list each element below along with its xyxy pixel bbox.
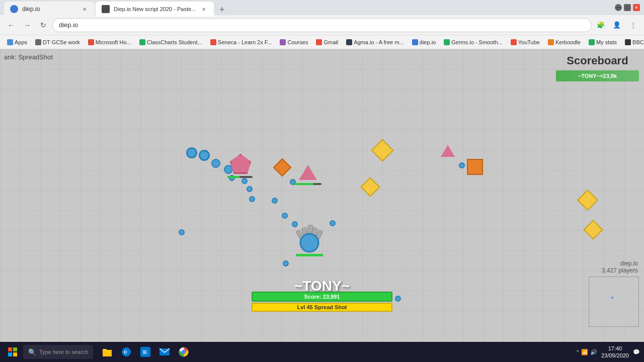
tab-label-2: Diep.io New script 2020 - Paste... [114, 6, 196, 12]
maximize-button[interactable]: □ [624, 4, 631, 11]
scoreboard-entry-text-1: ~TONY~=23,9k [556, 73, 639, 79]
taskbar-chrome[interactable] [176, 344, 192, 360]
taskbar-edge[interactable]: e [118, 344, 134, 360]
bullet-7 [247, 186, 253, 192]
bullet-15 [179, 229, 185, 235]
server-name: diep.io [602, 260, 638, 267]
bullet-6 [242, 178, 248, 184]
bookmark-gmail-icon [316, 39, 322, 45]
bookmark-seneca-icon [210, 39, 216, 45]
bookmark-kerb-icon [548, 39, 554, 45]
taskbar-store[interactable]: ⊞ [137, 344, 153, 360]
svg-rect-13 [103, 351, 112, 356]
bookmark-apps-label: Apps [15, 39, 27, 45]
close-button[interactable]: ✕ [633, 4, 640, 11]
bullet-14 [395, 296, 401, 302]
tab-close-2[interactable]: ✕ [200, 5, 208, 13]
chrome-icon [179, 347, 189, 357]
bookmark-dt-icon [35, 39, 41, 45]
extensions-icon[interactable]: 🧩 [594, 18, 608, 32]
bookmark-germs[interactable]: Germs.io - Smooth... [441, 38, 505, 46]
bullet-8 [249, 196, 255, 202]
score-bar: Score: 23,991 [252, 292, 392, 302]
xp-bar-container: Score: 23,991 Lvl 45 Spread Shot [252, 292, 392, 312]
bookmark-courses[interactable]: Courses [277, 38, 311, 46]
bookmark-youtube[interactable]: YouTube [508, 38, 543, 46]
refresh-button[interactable]: ↻ [36, 18, 50, 32]
bookmark-kerb-label: Kerboodle [555, 39, 581, 45]
svg-rect-14 [103, 349, 107, 351]
bookmark-stats[interactable]: My stats [586, 38, 620, 46]
nav-icons: 🧩 👤 ⋮ [594, 18, 640, 32]
address-bar[interactable]: diep.io [52, 18, 592, 32]
svg-rect-10 [8, 352, 12, 356]
shape-yellow-diamond-1 [371, 139, 393, 161]
bookmark-bbc[interactable]: BBC iPlayer [622, 38, 644, 46]
shape-yellow-diamond-3 [577, 190, 598, 211]
tab-script[interactable]: Diep.io New script 2020 - Paste... ✕ [96, 2, 214, 17]
minimize-button[interactable]: — [615, 4, 622, 11]
profile-icon[interactable]: 👤 [610, 18, 624, 32]
back-button[interactable]: ← [4, 18, 18, 32]
clock[interactable]: 17:40 23/09/2020 [601, 345, 629, 359]
game-area[interactable]: ank: SpreadShot Scoreboard ~TONY~=23,9k [0, 49, 644, 342]
store-icon: ⊞ [140, 347, 150, 357]
bookmark-gmail-label: Gmail [324, 39, 338, 45]
bullet-13 [283, 260, 289, 266]
shape-yellow-diamond-4 [583, 220, 603, 240]
bookmark-kerb[interactable]: Kerboodle [545, 38, 584, 46]
search-placeholder: Type here to search [39, 349, 88, 355]
bullet-10 [282, 213, 288, 219]
bookmark-dt-label: DT GCSe work [43, 39, 80, 45]
tray-arrow[interactable]: ^ [577, 349, 579, 355]
new-tab-button[interactable]: + [215, 3, 229, 17]
bookmark-diep[interactable]: diep.io [409, 38, 439, 46]
bookmark-cc-label: ClassCharts Student... [147, 39, 202, 45]
start-button[interactable] [4, 345, 21, 358]
shape-pink-triangle-1 [441, 145, 455, 157]
bookmark-dt[interactable]: DT GCSe work [32, 38, 83, 46]
svg-point-5 [300, 234, 318, 252]
shape-yellow-diamond-2 [360, 177, 380, 197]
bookmark-ms-label: Microsoft Ho... [96, 39, 131, 45]
bookmark-gmail[interactable]: Gmail [313, 38, 341, 46]
bookmark-bbc-icon [625, 39, 631, 45]
bookmark-courses-label: Courses [287, 39, 308, 45]
taskbar: 🔍 Type here to search e [0, 342, 644, 362]
edge-icon: e [121, 347, 131, 357]
taskbar-search[interactable]: 🔍 Type here to search [23, 345, 93, 359]
scoreboard: Scoreboard ~TONY~=23,9k [556, 54, 639, 81]
bookmark-diep-icon [412, 39, 418, 45]
svg-rect-11 [13, 352, 17, 356]
tab-bar: diep.io ✕ Diep.io New script 2020 - Past… [4, 0, 611, 17]
bullet-17 [459, 162, 465, 168]
mini-map-player [611, 297, 613, 299]
taskbar-app-icons: e ⊞ [99, 344, 192, 360]
system-tray: ^ 📶 🔊 [577, 349, 597, 355]
bookmark-apps[interactable]: Apps [4, 38, 30, 46]
bookmark-ms[interactable]: Microsoft Ho... [85, 38, 134, 46]
menu-icon[interactable]: ⋮ [626, 18, 640, 32]
taskbar-mail[interactable] [156, 344, 173, 360]
forward-button[interactable]: → [20, 18, 34, 32]
bookmark-youtube-icon [511, 39, 517, 45]
bookmark-germs-icon [444, 39, 450, 45]
tab-diep[interactable]: diep.io ✕ [4, 2, 95, 17]
tab-close-1[interactable]: ✕ [80, 5, 89, 13]
mini-map [589, 277, 639, 327]
tab-label-1: diep.io [22, 6, 40, 13]
taskbar-file-explorer[interactable] [99, 344, 115, 360]
score-text: Score: 23,991 [304, 294, 340, 300]
bookmark-seneca[interactable]: Seneca - Learn 2x F... [207, 38, 275, 46]
address-text: diep.io [59, 21, 78, 29]
network-icon: 📶 [581, 349, 588, 355]
windows-logo-icon [8, 347, 17, 356]
enemy-tank-triangle [299, 165, 317, 180]
bookmark-courses-icon [280, 39, 286, 45]
bookmark-cc[interactable]: ClassCharts Student... [136, 38, 205, 46]
time-display: 17:40 [601, 345, 629, 352]
bookmark-apps-icon [7, 39, 13, 45]
notification-button[interactable]: 💬 [633, 349, 640, 355]
player-tank [292, 223, 327, 260]
bookmark-agma[interactable]: Agma.io - A free m... [343, 38, 407, 46]
